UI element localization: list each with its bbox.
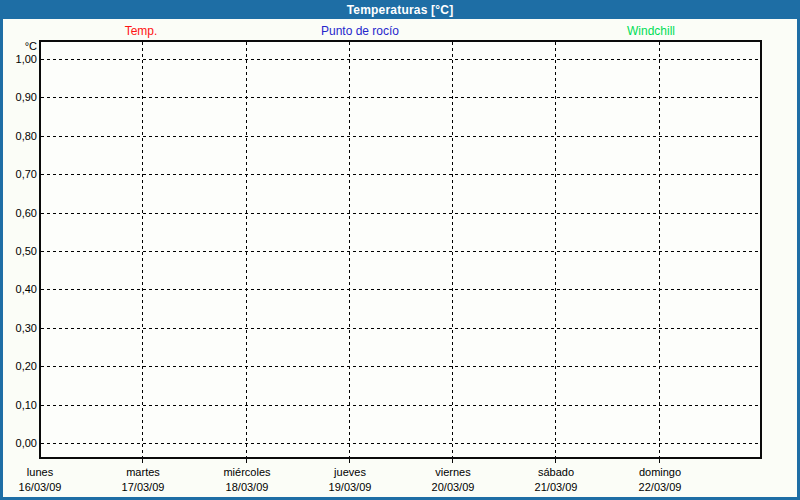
y-tick-label: 0,30	[3, 322, 37, 334]
x-day-name: sábado	[538, 466, 574, 479]
y-gridline	[41, 59, 760, 60]
x-day-date: 17/03/09	[122, 481, 165, 494]
chart-content-area: Temp.Punto de rocíoWindchill °C 1,000,90…	[3, 19, 797, 497]
x-axis-tick	[659, 458, 660, 463]
y-tick-label: 0,50	[3, 245, 37, 257]
y-gridline	[41, 136, 760, 137]
y-axis-unit-label: °C	[3, 40, 37, 52]
window-title-bar: Temperaturas [°C]	[0, 0, 800, 19]
y-gridline	[41, 443, 760, 444]
x-day-date: 19/03/09	[329, 481, 372, 494]
plot-area	[39, 40, 762, 459]
legend-item-windchill: Windchill	[627, 24, 675, 38]
day-boundary-gridline	[142, 42, 143, 457]
y-gridline	[41, 366, 760, 367]
x-axis-tick	[246, 458, 247, 463]
y-tick-label: 0,80	[3, 130, 37, 142]
y-tick-label: 0,00	[3, 437, 37, 449]
y-tick-label: 0,20	[3, 360, 37, 372]
y-gridline	[41, 405, 760, 406]
y-tick-label: 0,90	[3, 91, 37, 103]
day-boundary-gridline	[246, 42, 247, 457]
x-day-name: miércoles	[223, 466, 270, 479]
x-day-date: 18/03/09	[226, 481, 269, 494]
y-gridline	[41, 289, 760, 290]
y-gridline	[41, 251, 760, 252]
x-day-date: 21/03/09	[535, 481, 578, 494]
window-title: Temperaturas [°C]	[347, 3, 454, 17]
x-day-name: viernes	[435, 466, 470, 479]
y-gridline	[41, 213, 760, 214]
y-tick-label: 0,40	[3, 283, 37, 295]
y-gridline	[41, 174, 760, 175]
x-axis-tick	[349, 458, 350, 463]
day-boundary-gridline	[555, 42, 556, 457]
y-gridline	[41, 97, 760, 98]
y-gridline	[41, 328, 760, 329]
x-axis-tick	[452, 458, 453, 463]
x-day-date: 16/03/09	[19, 481, 62, 494]
y-tick-label: 1,00	[3, 53, 37, 65]
x-day-name: martes	[126, 466, 160, 479]
x-day-date: 22/03/09	[639, 481, 682, 494]
x-day-name: jueves	[334, 466, 366, 479]
chart-window: Temperaturas [°C] Temp.Punto de rocíoWin…	[0, 0, 800, 500]
legend-item-punto-de-roc-o: Punto de rocío	[321, 24, 399, 38]
day-boundary-gridline	[452, 42, 453, 457]
y-tick-label: 0,60	[3, 207, 37, 219]
x-day-name: domingo	[639, 466, 681, 479]
day-boundary-gridline	[349, 42, 350, 457]
legend-item-temp-: Temp.	[125, 24, 158, 38]
x-day-name: lunes	[27, 466, 53, 479]
x-axis-tick	[555, 458, 556, 463]
y-tick-label: 0,70	[3, 168, 37, 180]
day-boundary-gridline	[659, 42, 660, 457]
y-tick-label: 0,10	[3, 399, 37, 411]
x-day-date: 20/03/09	[432, 481, 475, 494]
x-axis-tick	[142, 458, 143, 463]
